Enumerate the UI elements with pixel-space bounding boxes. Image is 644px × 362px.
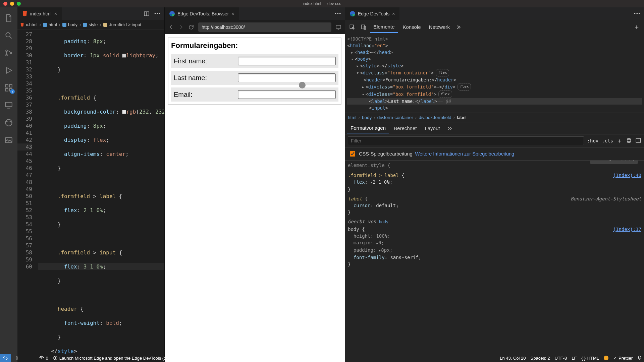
forward-icon[interactable] — [178, 24, 184, 30]
tab-label: index.html — [30, 11, 52, 16]
edge-tools-icon[interactable] — [1, 115, 17, 131]
css-mirror-link[interactable]: Weitere Informationen zur Spiegelbearbei… — [415, 151, 515, 157]
rule-source-link[interactable]: (Index):40 — [613, 172, 641, 179]
input-first[interactable] — [238, 57, 336, 65]
devtools-panel-tabs: Elemente Konsole Netzwerk ＋ — [345, 20, 644, 34]
more-styles-icon[interactable] — [444, 123, 454, 133]
device-toggle-icon[interactable] — [359, 22, 369, 32]
svg-rect-4 — [5, 84, 8, 87]
resize-handle-icon[interactable] — [299, 82, 306, 88]
styles-rules[interactable]: Genauigkeit: (0,1,1) element.style { (In… — [345, 161, 644, 362]
tab-console[interactable]: Konsole — [399, 21, 424, 33]
devtools-pane: Edge DevTools × ••• Elemente Konsole Net… — [345, 7, 644, 362]
close-icon[interactable]: × — [54, 11, 57, 16]
tab-elements[interactable]: Elemente — [370, 21, 398, 33]
flex-badge[interactable]: flex — [436, 69, 449, 76]
explorer-icon[interactable] — [1, 10, 17, 26]
rule-source-link[interactable]: (Index):17 — [613, 226, 641, 233]
more-tabs-icon[interactable] — [454, 22, 465, 32]
label-email: Email: — [174, 91, 238, 99]
page-preview[interactable]: Formulareingaben: First name: Last name:… — [165, 34, 345, 362]
close-window-button[interactable] — [3, 2, 7, 6]
devtools-tab[interactable]: Edge DevTools × — [345, 7, 399, 20]
flex-badge[interactable]: flex — [438, 90, 452, 98]
close-icon[interactable]: × — [231, 11, 234, 16]
remote-indicator[interactable] — [0, 354, 11, 362]
breadcrumb-selector: .formfield > input — [109, 22, 141, 27]
browser-tab[interactable]: Edge DevTools: Browser × — [165, 7, 239, 20]
search-icon[interactable] — [1, 27, 17, 44]
inspect-element-icon[interactable] — [347, 22, 357, 32]
print-media-icon[interactable] — [626, 137, 632, 144]
breadcrumb-body: body — [68, 22, 77, 27]
run-debug-icon[interactable] — [1, 62, 17, 78]
window-title: index.html — dev-css — [0, 1, 644, 6]
css-mirror-label: CSS-Spiegelbearbeitung — [359, 151, 413, 157]
breadcrumbs[interactable]: x.html › html › body › style › .formfiel… — [17, 20, 164, 29]
close-icon[interactable]: × — [392, 11, 395, 16]
svg-rect-20 — [636, 138, 641, 142]
svg-rect-6 — [5, 88, 8, 91]
edge-icon — [350, 11, 355, 16]
edge-icon — [169, 11, 175, 16]
new-tab-icon[interactable]: ＋ — [631, 20, 642, 34]
input-email[interactable] — [238, 90, 336, 99]
breadcrumb-html: html — [49, 22, 57, 27]
remote-explorer-icon[interactable] — [1, 97, 17, 113]
svg-rect-10 — [5, 137, 12, 142]
activity-bar: 2 — [0, 7, 17, 362]
tab-layout[interactable]: Layout — [421, 123, 443, 133]
css-mirror-checkbox[interactable] — [350, 151, 355, 157]
new-style-rule-icon[interactable]: ＋ — [616, 137, 623, 145]
editor-pane: index.html × ••• x.html › html › body › … — [17, 7, 164, 362]
svg-point-9 — [5, 119, 12, 126]
label-first: First name: — [174, 57, 238, 65]
svg-point-0 — [6, 33, 10, 37]
extensions-icon[interactable]: 2 — [1, 80, 17, 96]
ua-stylesheet-label: Benutzer-Agent-Stylesheet — [571, 195, 641, 202]
browser-pane: Edge DevTools: Browser × ••• Formularein… — [164, 7, 345, 362]
form-container: Formulareingaben: First name: Last name:… — [168, 38, 341, 105]
form-title: Formulareingaben: — [171, 41, 338, 51]
tab-label: Edge DevTools: Browser — [177, 11, 229, 16]
screencast-icon[interactable] — [335, 24, 341, 30]
source-control-icon[interactable] — [1, 45, 17, 61]
minimize-window-button[interactable] — [10, 2, 14, 6]
input-last[interactable] — [238, 73, 336, 82]
tag-icon — [43, 23, 47, 27]
editor-tab-row: index.html × ••• — [17, 7, 164, 20]
extensions-badge: 2 — [10, 89, 15, 94]
back-icon[interactable] — [168, 24, 174, 30]
styles-filter-input[interactable] — [348, 136, 584, 145]
flex-badge[interactable]: flex — [458, 83, 471, 90]
breadcrumb-style: style — [89, 22, 98, 27]
more-icon[interactable]: ••• — [634, 11, 641, 16]
split-editor-icon[interactable] — [144, 11, 150, 17]
image-preview-icon[interactable] — [1, 132, 17, 148]
dom-breadcrumbs[interactable]: html› body› div.form-container› div.box.… — [345, 113, 644, 122]
tab-network[interactable]: Netzwerk — [426, 21, 453, 33]
hov-toggle[interactable]: :hov — [587, 138, 599, 143]
toggle-sidebar-icon[interactable] — [635, 137, 641, 144]
reload-icon[interactable] — [188, 24, 194, 30]
more-icon[interactable]: ••• — [335, 11, 341, 16]
styles-subtabs: Formatvorlagen Berechnet Layout — [345, 122, 644, 134]
url-input[interactable] — [198, 22, 331, 32]
svg-rect-8 — [5, 102, 12, 107]
html-file-icon — [20, 23, 24, 27]
editor-tab-index[interactable]: index.html × — [17, 7, 62, 20]
label-last: Last name: — [174, 74, 238, 82]
more-icon[interactable]: ••• — [154, 11, 161, 16]
code-editor[interactable]: 2728293031323334353637383940414243444546… — [17, 29, 164, 362]
html-file-icon — [22, 11, 28, 16]
tab-computed[interactable]: Berechnet — [390, 123, 420, 133]
svg-rect-14 — [336, 25, 341, 28]
code-content: padding: 8px; border: 1px solid lightgra… — [38, 29, 164, 362]
svg-rect-19 — [627, 139, 631, 141]
dom-tree[interactable]: <!DOCTYPE html> <html lang="en"> ▸<head>… — [345, 34, 644, 113]
titlebar: index.html — dev-css — [0, 0, 644, 7]
tab-styles[interactable]: Formatvorlagen — [347, 123, 389, 133]
traffic-lights — [0, 2, 21, 6]
zoom-window-button[interactable] — [17, 2, 21, 6]
cls-toggle[interactable]: .cls — [602, 138, 613, 143]
